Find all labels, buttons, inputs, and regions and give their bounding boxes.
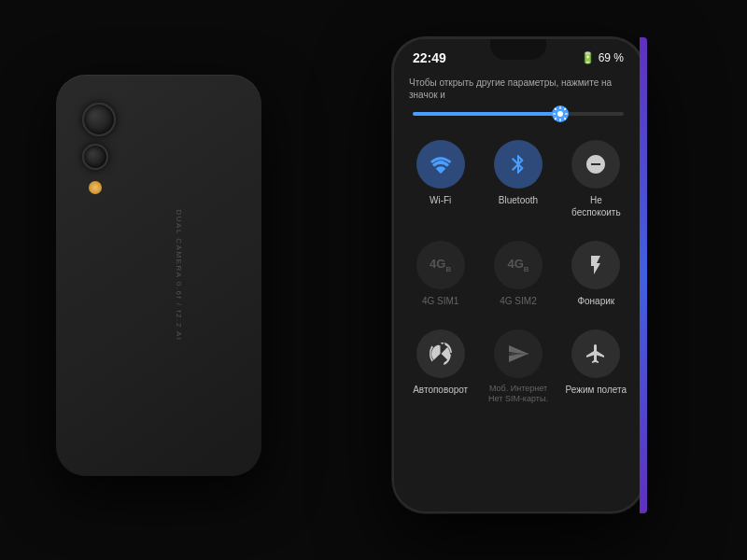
wifi-icon-circle bbox=[416, 140, 465, 189]
status-bar: 22:49 🔋 69 % bbox=[394, 39, 642, 69]
brightness-track bbox=[413, 112, 624, 116]
autorotate-icon bbox=[430, 343, 452, 365]
4g-sim2-label: 4G SIM2 bbox=[500, 295, 536, 307]
tile-wifi[interactable]: Wi-Fi bbox=[405, 133, 475, 226]
4g-sim1-icon-circle: 4GB bbox=[416, 241, 465, 289]
tile-autorotate[interactable]: Автоповорот bbox=[405, 322, 475, 412]
secondary-camera-lens bbox=[82, 144, 108, 170]
mobile-internet-icon bbox=[507, 343, 529, 365]
tile-4g-sim2[interactable]: 4GB 4G SIM2 bbox=[483, 233, 553, 315]
4g-sim1-label: 4G SIM1 bbox=[422, 295, 458, 307]
svg-line-8 bbox=[564, 108, 566, 110]
bluetooth-icon-circle bbox=[494, 140, 543, 189]
bluetooth-icon bbox=[507, 153, 529, 175]
sun-icon bbox=[552, 103, 569, 125]
dnd-icon bbox=[585, 153, 607, 175]
status-right: 🔋 69 % bbox=[581, 51, 624, 64]
phone-front: 22:49 🔋 69 % Чтобы открыть другие параме… bbox=[392, 37, 644, 513]
notification-text: Чтобы открыть другие параметры, нажмите … bbox=[394, 69, 642, 106]
svg-point-0 bbox=[557, 111, 563, 117]
dnd-label: Не беспокоить bbox=[565, 194, 627, 218]
airplane-icon-circle bbox=[571, 329, 620, 378]
tile-dnd[interactable]: Не беспокоить bbox=[561, 133, 631, 226]
mobile-internet-icon-circle bbox=[494, 329, 543, 378]
4g-sim2-icon: 4GB bbox=[507, 257, 529, 273]
tile-bluetooth[interactable]: Bluetooth bbox=[483, 133, 553, 226]
battery-icon: 🔋 bbox=[581, 51, 595, 64]
phone-accent-edge bbox=[640, 37, 647, 513]
phone-screen: 22:49 🔋 69 % Чтобы открыть другие параме… bbox=[394, 39, 642, 511]
airplane-icon bbox=[585, 343, 607, 365]
status-time: 22:49 bbox=[413, 50, 446, 65]
4g-sim2-icon-circle: 4GB bbox=[494, 241, 543, 289]
battery-percent: 69 % bbox=[599, 51, 624, 64]
brightness-thumb[interactable] bbox=[552, 105, 569, 122]
quick-settings-grid: Wi-Fi Bluetooth Не беспокоить bbox=[394, 125, 642, 419]
tile-mobile-internet[interactable]: Моб. ИнтернетНет SIM-карты. bbox=[483, 322, 553, 412]
flashlight-icon bbox=[585, 254, 607, 276]
bluetooth-label: Bluetooth bbox=[499, 194, 538, 206]
main-camera-lens bbox=[82, 103, 116, 136]
4g-sim1-icon: 4GB bbox=[430, 257, 451, 273]
flashlight-label: Фонарик bbox=[577, 295, 614, 307]
svg-line-5 bbox=[555, 108, 557, 110]
airplane-label: Режим полета bbox=[566, 384, 627, 396]
autorotate-icon-circle bbox=[416, 329, 465, 378]
flashlight-icon-circle bbox=[571, 241, 620, 289]
wifi-label: Wi-Fi bbox=[430, 194, 451, 206]
tile-flashlight[interactable]: Фонарик bbox=[561, 233, 631, 315]
phone-back: DUAL CAMERA 0.6f / f2.2 AI bbox=[56, 75, 261, 476]
autorotate-label: Автоповорот bbox=[413, 384, 468, 396]
brightness-fill bbox=[413, 112, 560, 116]
svg-line-7 bbox=[555, 118, 557, 119]
camera-flash bbox=[89, 181, 102, 194]
wifi-icon bbox=[430, 153, 452, 175]
back-camera-module bbox=[82, 103, 116, 194]
tile-4g-sim1[interactable]: 4GB 4G SIM1 bbox=[405, 233, 475, 315]
svg-line-6 bbox=[564, 118, 566, 119]
tile-airplane[interactable]: Режим полета bbox=[561, 322, 631, 412]
mobile-internet-label: Моб. ИнтернетНет SIM-карты. bbox=[488, 384, 548, 404]
dnd-icon-circle bbox=[571, 140, 620, 189]
brightness-slider-container[interactable] bbox=[394, 106, 642, 125]
phone-back-label: DUAL CAMERA 0.6f / f2.2 AI bbox=[175, 210, 183, 342]
